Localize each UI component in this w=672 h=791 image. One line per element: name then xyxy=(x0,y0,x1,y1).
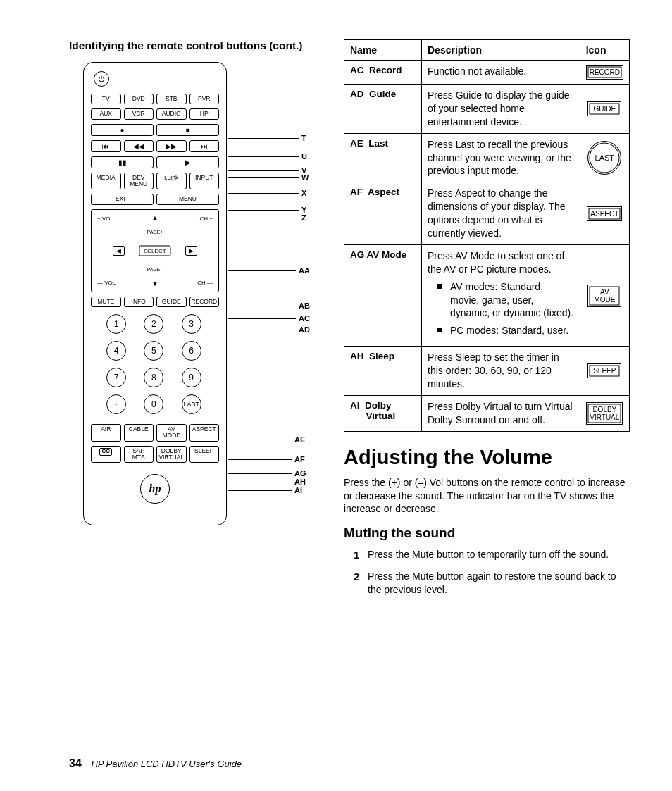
callout: AE xyxy=(228,435,305,444)
volume-heading: Adjusting the Volume xyxy=(344,446,630,469)
remote-button: MEDIA xyxy=(91,173,121,190)
callout: AD xyxy=(228,325,310,334)
row-icon: GUIDE xyxy=(580,85,629,134)
page-minus: PAGE– xyxy=(147,267,163,272)
row-icon: LAST xyxy=(580,133,629,182)
remote-diagram-wrap: TVDVDSTBPVR AUXVCRAUDIOHP ●■ ⏮◀◀▶▶⏭ ▮▮▶ … xyxy=(83,62,316,525)
row-name: AC Record xyxy=(344,61,422,85)
section-heading: Identifying the remote control buttons (… xyxy=(69,39,323,52)
callout-layer: TUVWXYZAAABACADAEAFAGAHAI xyxy=(228,62,313,525)
remote-outline: TVDVDSTBPVR AUXVCRAUDIOHP ●■ ⏮◀◀▶▶⏭ ▮▮▶ … xyxy=(83,62,227,525)
callout: X xyxy=(228,189,306,197)
remote-button: TV xyxy=(91,94,121,104)
remote-button: CABLE xyxy=(124,424,154,442)
callout: AG xyxy=(228,469,306,478)
remote-button: RECORD xyxy=(189,297,220,307)
callout: T xyxy=(228,134,306,142)
callout: W xyxy=(228,173,309,182)
table-row: AF AspectPress Aspect to change the dime… xyxy=(344,182,630,245)
remote-button: INPUT xyxy=(189,173,220,190)
row-name: AH Sleep xyxy=(344,347,422,396)
remote-button: AUX xyxy=(91,108,121,119)
remote-button: MUTE xyxy=(91,297,121,307)
remote-button: i.Link xyxy=(156,173,187,190)
row-desc: Press Last to recall the previous channe… xyxy=(422,133,580,182)
remote-button: ■ xyxy=(156,124,219,136)
callout: AB xyxy=(228,301,310,310)
right-column: Name Description Icon AC RecordFunction … xyxy=(344,39,630,605)
remote-button: VCR xyxy=(124,108,154,119)
rec-stop-row: ●■ xyxy=(91,124,219,136)
callout: AI xyxy=(228,486,302,494)
remote-button: ⏭ xyxy=(189,140,220,152)
remote-button: SLEEP xyxy=(189,446,220,463)
callout: U xyxy=(228,152,307,161)
row-icon: ASPECT xyxy=(580,182,629,245)
remote-button: ASPECT xyxy=(189,424,220,442)
pause-play-row: ▮▮▶ xyxy=(91,156,219,168)
remote-button: EXIT xyxy=(91,194,154,204)
table-row: AD GuidePress Guide to display the guide… xyxy=(344,85,630,134)
row-icon: RECORD xyxy=(580,61,629,85)
page-number: 34 xyxy=(69,757,82,769)
row-icon: AVMODE xyxy=(580,244,629,346)
row-desc: Press Guide to display the guide of your… xyxy=(422,85,580,134)
row-desc: Press Dolby Virtual to turn Virtual Dolb… xyxy=(422,395,580,431)
numpad-key: · xyxy=(106,394,126,414)
callout: Z xyxy=(228,213,306,222)
remote-button: DEVMENU xyxy=(124,173,154,190)
remote-button: ● xyxy=(91,124,154,136)
ch-plus: CH + xyxy=(200,216,213,222)
table-row: AG AV ModePress AV Mode to select one of… xyxy=(344,244,630,346)
row-name: AG AV Mode xyxy=(344,244,422,346)
numpad-key: 8 xyxy=(144,368,163,387)
vol-plus: + VOL xyxy=(97,216,113,222)
remote-button: DOLBYVIRTUAL xyxy=(156,446,187,463)
remote-button: INFO xyxy=(124,297,154,307)
row-desc: Press Aspect to change the dimensions of… xyxy=(422,182,580,245)
mode-row: AIRCABLEAVMODEASPECT xyxy=(91,424,219,442)
arrow-up-icon: ▲ xyxy=(152,214,158,221)
muting-steps: 1Press the Mute button to temporarily tu… xyxy=(356,548,630,597)
remote-button: ◀◀ xyxy=(124,140,154,152)
nav-block: + VOL — VOL CH + CH — ▲ ▼ ◀ ▶ SELECT PAG… xyxy=(91,209,219,292)
numpad: 123456789·0LAST xyxy=(91,314,219,414)
table-row: AE LastPress Last to recall the previous… xyxy=(344,133,630,182)
remote-button: CC xyxy=(91,446,121,463)
th-name: Name xyxy=(344,40,422,61)
transport-row: ⏮◀◀▶▶⏭ xyxy=(91,140,219,152)
device-row-2: AUXVCRAUDIOHP xyxy=(91,108,219,119)
ch-minus: CH — xyxy=(197,280,213,286)
row-desc: Function not available. xyxy=(422,61,580,85)
numpad-key: 5 xyxy=(144,341,163,361)
remote-button: AVMODE xyxy=(156,424,187,442)
vol-minus: — VOL xyxy=(97,280,116,286)
exit-menu-row: EXITMENU xyxy=(91,194,219,204)
numpad-key: 2 xyxy=(144,314,163,334)
step: 2Press the Mute button again to restore … xyxy=(356,570,630,597)
table-row: AH SleepPress Sleep to set the timer in … xyxy=(344,347,630,396)
page-footer: 34 HP Pavilion LCD HDTV User's Guide xyxy=(69,757,242,770)
remote-button: STB xyxy=(156,94,187,104)
row-name: AF Aspect xyxy=(344,182,422,245)
button-description-table: Name Description Icon AC RecordFunction … xyxy=(344,39,630,432)
th-icon: Icon xyxy=(580,40,629,61)
numpad-key: 1 xyxy=(106,314,126,334)
callout: AH xyxy=(228,478,306,486)
remote-button: AUDIO xyxy=(156,108,187,119)
row-icon: SLEEP xyxy=(580,347,629,396)
remote-button: AIR xyxy=(91,424,121,442)
arrow-down-icon: ▼ xyxy=(152,280,158,287)
callout: AF xyxy=(228,455,305,463)
arrow-left-icon: ◀ xyxy=(113,246,125,256)
numpad-key: 4 xyxy=(106,341,126,361)
row-name: AI Dolby Virtual xyxy=(344,395,422,431)
menu-row: MEDIADEVMENUi.LinkINPUT xyxy=(91,173,219,190)
row-desc: Press AV Mode to select one of the AV or… xyxy=(422,244,580,346)
row-name: AE Last xyxy=(344,133,422,182)
callout: AC xyxy=(228,314,310,323)
remote-button: HP xyxy=(189,108,220,119)
step: 1Press the Mute button to temporarily tu… xyxy=(356,548,630,561)
remote-button: ▶▶ xyxy=(156,140,187,152)
remote-button: ▶ xyxy=(156,156,219,168)
